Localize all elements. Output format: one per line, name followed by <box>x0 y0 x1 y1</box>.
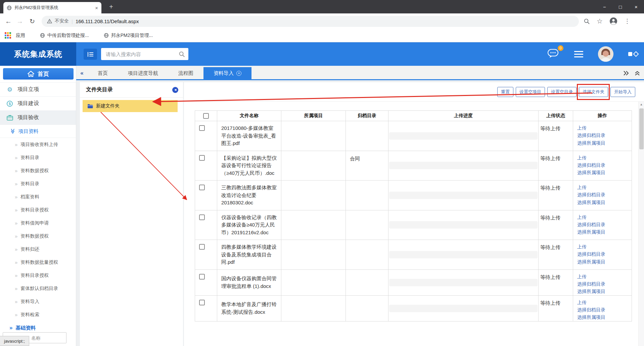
sidebar-item-project-documents[interactable]: ≫ 项目资料 <box>0 125 76 138</box>
back-icon[interactable]: ← <box>3 17 14 25</box>
toolbar-button[interactable]: 设置空项目 <box>516 87 545 97</box>
workspace-tab[interactable]: 资料导入 <box>203 67 251 79</box>
select-all-checkbox[interactable] <box>203 113 209 119</box>
sidebar-toggle-button[interactable] <box>84 49 97 60</box>
window-minimize-button[interactable]: − <box>597 0 612 13</box>
upload-status-cell: 等待上传 <box>539 151 573 181</box>
zoom-icon[interactable] <box>584 18 590 24</box>
sidebar-subitem[interactable]: 资料数据授权 <box>0 230 76 243</box>
select-archive-dir-link[interactable]: 选择归档目录 <box>577 132 632 139</box>
sidebar-subitem[interactable]: 资料数据授权 <box>0 164 76 177</box>
upload-link[interactable]: 上传 <box>577 299 632 306</box>
search-icon[interactable] <box>179 51 185 57</box>
upload-link[interactable]: 上传 <box>577 184 632 191</box>
row-checkbox[interactable] <box>199 185 205 190</box>
row-checkbox[interactable] <box>199 300 205 305</box>
select-project-link[interactable]: 选择所属项目 <box>577 228 632 236</box>
toolbar-button[interactable]: 开始导入 <box>610 87 635 97</box>
browser-menu-icon[interactable]: ⋮ <box>624 17 630 25</box>
upload-link[interactable]: 上传 <box>577 124 632 132</box>
workspace-tab[interactable]: 项目进度导航 <box>118 67 168 79</box>
sidebar-subitem[interactable]: 项目验收资料上传 <box>0 138 76 151</box>
scroll-up-icon[interactable] <box>639 102 644 107</box>
bookmark-item[interactable]: 邦永PM2项目管理... <box>104 33 153 39</box>
sidebar-subitem[interactable]: 档案资料 <box>0 190 76 203</box>
upload-link[interactable]: 上传 <box>577 273 632 280</box>
upload-link[interactable]: 上传 <box>577 213 632 221</box>
sidebar-item-project-initiation[interactable]: ⚙ 项目立项 <box>0 82 76 96</box>
archive-dir-cell <box>346 240 388 270</box>
chevron-right-icon <box>15 273 17 278</box>
tab-close-icon[interactable] <box>236 71 241 76</box>
select-archive-dir-link[interactable]: 选择归档目录 <box>577 161 632 169</box>
sidebar-subitem[interactable]: 资料导入 <box>0 295 76 308</box>
sidebar-subitem[interactable]: 资料目录 <box>0 151 76 164</box>
collapse-panel-icon[interactable] <box>635 71 640 76</box>
sidebar-subitem[interactable]: 资料归还 <box>0 243 76 256</box>
apps-grid-icon[interactable] <box>5 32 11 39</box>
workspace-tab[interactable]: 首页 <box>88 67 118 79</box>
scrollbar-thumb[interactable] <box>639 108 644 149</box>
profile-icon[interactable] <box>609 17 617 25</box>
row-checkbox[interactable] <box>199 125 205 131</box>
row-checkbox[interactable] <box>199 274 205 280</box>
actions-cell: 上传 选择归档目录 选择所属项目 <box>573 269 632 295</box>
bookmark-item[interactable]: 中传后勤管理处报... <box>40 33 89 39</box>
select-project-link[interactable]: 选择所属项目 <box>577 258 632 265</box>
select-project-link[interactable]: 选择所属项目 <box>577 169 632 176</box>
select-archive-dir-link[interactable]: 选择归档目录 <box>577 306 632 313</box>
bookmark-apps[interactable]: 应用 <box>16 33 25 39</box>
address-bar[interactable]: 不安全 | 166.111.208.11/Default.aspx <box>42 16 579 27</box>
toolbar-button[interactable]: 选择文件夹 <box>579 87 608 97</box>
select-archive-dir-link[interactable]: 选择归档目录 <box>577 280 632 288</box>
url-text[interactable]: 166.111.208.11/Default.aspx <box>76 18 139 24</box>
user-avatar[interactable] <box>598 46 613 62</box>
table-scrollbar[interactable] <box>638 102 644 346</box>
global-search-input[interactable] <box>106 51 179 57</box>
menu-icon[interactable] <box>574 51 583 57</box>
folder-tree-item-selected[interactable]: 新建文件夹 <box>83 100 178 112</box>
upload-link[interactable]: 上传 <box>577 243 632 250</box>
tab-close-icon[interactable]: × <box>95 5 98 10</box>
tabs-scroll-right-icon[interactable] <box>623 71 629 76</box>
select-archive-dir-link[interactable]: 选择归档目录 <box>577 221 632 228</box>
toolbar-button[interactable]: 设置空目录 <box>547 87 577 97</box>
window-close-button[interactable]: × <box>628 0 644 13</box>
import-panel: 重置 设置空项目 设置空目录 选择文件夹 开始导入 文件名称 所属项目 归档目录… <box>184 82 644 346</box>
select-project-link[interactable]: 选择所属项目 <box>577 139 632 147</box>
window-maximize-button[interactable]: □ <box>612 0 628 13</box>
security-label[interactable]: 不安全 <box>55 18 69 24</box>
chevron-right-icon <box>15 220 17 226</box>
panel-collapse-icon[interactable] <box>172 87 178 93</box>
select-archive-dir-link[interactable]: 选择归档目录 <box>577 250 632 258</box>
sidebar-item-project-acceptance[interactable]: 项目验收 <box>0 110 76 125</box>
new-tab-button[interactable]: + <box>107 3 116 11</box>
project-cell <box>281 210 346 240</box>
forward-icon[interactable]: → <box>14 17 26 25</box>
workspace-tab[interactable]: 流程图 <box>168 67 203 79</box>
sidebar-subitem[interactable]: 窗体默认归档目录 <box>0 282 76 295</box>
upload-link[interactable]: 上传 <box>577 154 632 161</box>
reload-icon[interactable]: ↻ <box>26 17 39 25</box>
sidebar-subitem[interactable]: 资料借阅申请 <box>0 216 76 230</box>
toolbar-button[interactable]: 重置 <box>497 87 513 97</box>
sidebar-subitem[interactable]: 资料目录授权 <box>0 203 76 216</box>
tabs-scroll-left-icon[interactable] <box>76 70 88 77</box>
apps-switcher-icon[interactable] <box>628 52 638 56</box>
sidebar-item-home[interactable]: 首页 <box>3 68 74 80</box>
sidebar-subitem[interactable]: 资料目录授权 <box>0 269 76 282</box>
select-archive-dir-link[interactable]: 选择归档目录 <box>577 191 632 198</box>
row-checkbox[interactable] <box>199 155 205 161</box>
sidebar-subitem[interactable]: 资料目录 <box>0 177 76 190</box>
row-checkbox[interactable] <box>199 214 205 220</box>
browser-tab[interactable]: 邦永PM2项目管理系统 × <box>3 2 101 13</box>
sidebar-item-project-construction[interactable]: $ 项目建设 <box>0 96 76 110</box>
select-project-link[interactable]: 选择所属项目 <box>577 313 632 321</box>
select-project-link[interactable]: 选择所属项目 <box>577 199 632 206</box>
bookmark-star-icon[interactable]: ☆ <box>597 17 603 25</box>
row-checkbox[interactable] <box>199 244 205 250</box>
select-project-link[interactable]: 选择所属项目 <box>577 288 632 295</box>
messages-button[interactable]: 0 <box>547 48 559 60</box>
sidebar-subitem[interactable]: 资料数据批量授权 <box>0 256 76 269</box>
sidebar-subitem[interactable]: 资料检索 <box>0 308 76 321</box>
